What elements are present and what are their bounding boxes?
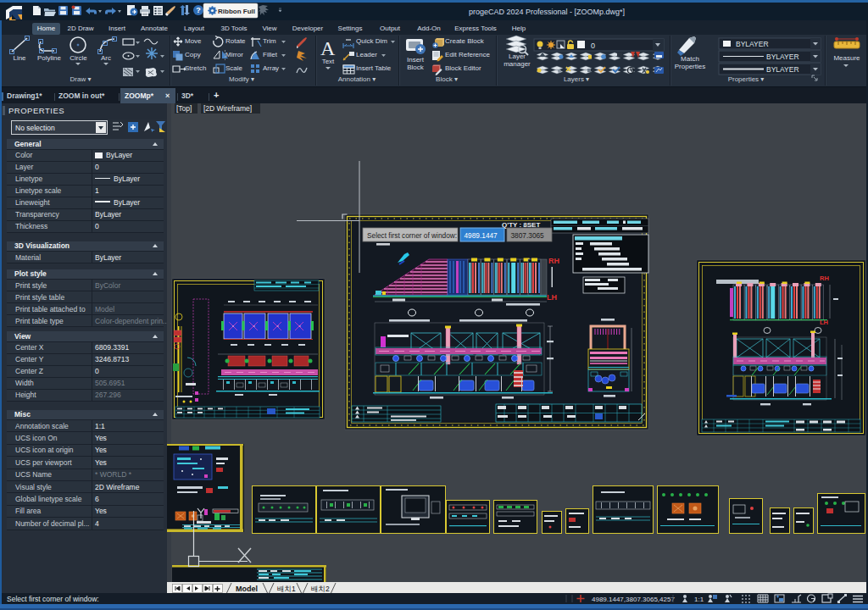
- svg-text:1:1: 1:1: [694, 596, 704, 603]
- svg-text:LH: LH: [820, 319, 828, 326]
- svg-text:A: A: [320, 37, 336, 59]
- svg-text:Model: Model: [236, 585, 258, 593]
- svg-text:배치1: 배치1: [277, 585, 296, 593]
- svg-text:?: ?: [196, 6, 201, 14]
- svg-text:Ribbon Full: Ribbon Full: [218, 8, 255, 15]
- svg-text:4989.1447,3807.3065,4257: 4989.1447,3807.3065,4257: [592, 596, 675, 603]
- svg-text:BYLAYER: BYLAYER: [766, 65, 799, 74]
- svg-text:4989.1447: 4989.1447: [465, 231, 498, 240]
- svg-text:3807.3065: 3807.3065: [511, 231, 545, 240]
- svg-text:배치2: 배치2: [311, 585, 330, 593]
- svg-text:BYLAYER: BYLAYER: [736, 40, 769, 48]
- svg-text:RH: RH: [548, 257, 559, 265]
- svg-text:Select first corner of window:: Select first corner of window:: [367, 231, 457, 240]
- svg-text:[2D Wireframe]: [2D Wireframe]: [203, 104, 252, 113]
- svg-text:LH: LH: [547, 293, 557, 302]
- svg-text:RH: RH: [820, 274, 829, 282]
- svg-text:BYLAYER: BYLAYER: [766, 53, 799, 61]
- svg-text:[Top]: [Top]: [176, 104, 192, 113]
- svg-text:0: 0: [591, 42, 595, 50]
